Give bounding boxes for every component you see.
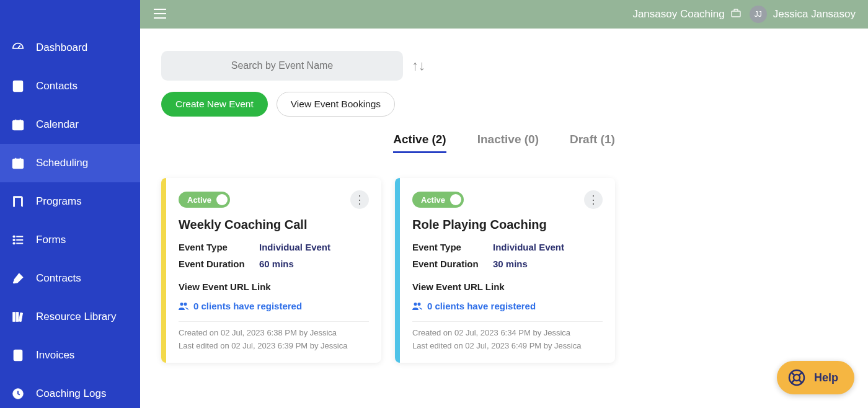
sidebar-item-calendar[interactable]: Calendar xyxy=(0,105,140,144)
created-stamp: Created on 02 Jul, 2023 6:38 PM by Jessi… xyxy=(179,327,369,340)
edited-stamp: Last edited on 02 Jul, 2023 6:39 PM by J… xyxy=(179,340,369,353)
sidebar-item-scheduling[interactable]: Scheduling xyxy=(0,144,140,182)
sidebar-item-coaching-logs[interactable]: Coaching Logs xyxy=(0,375,140,408)
dashboard-icon xyxy=(11,41,25,55)
edited-stamp: Last edited on 02 Jul, 2023 6:49 PM by J… xyxy=(412,340,603,353)
event-type-label: Event Type xyxy=(179,242,259,252)
card-stripe xyxy=(395,178,400,363)
sidebar-item-label: Programs xyxy=(36,195,82,208)
status-label: Active xyxy=(187,195,211,205)
programs-icon xyxy=(11,195,25,208)
sidebar-item-label: Resource Library xyxy=(36,311,116,323)
status-toggle[interactable]: Active xyxy=(179,192,230,208)
clients-registered-link[interactable]: 0 clients have registered xyxy=(412,301,603,311)
event-duration-label: Event Duration xyxy=(412,259,493,269)
card-stripe xyxy=(161,178,166,363)
event-duration-label: Event Duration xyxy=(179,259,259,269)
svg-rect-8 xyxy=(13,313,16,322)
created-stamp: Created on 02 Jul, 2023 6:34 PM by Jessi… xyxy=(412,327,603,340)
sidebar-item-label: Invoices xyxy=(36,349,74,361)
event-type-value: Individual Event xyxy=(259,242,330,252)
sidebar-item-label: Contacts xyxy=(36,80,78,92)
event-meta: Event TypeIndividual EventEvent Duration… xyxy=(179,242,369,269)
svg-rect-13 xyxy=(732,11,740,17)
clients-registered-link[interactable]: 0 clients have registered xyxy=(179,301,369,311)
sidebar-item-label: Dashboard xyxy=(36,42,87,54)
card-menu-button[interactable]: ⋮ xyxy=(584,190,603,209)
event-meta: Event TypeIndividual EventEvent Duration… xyxy=(412,242,603,269)
toggle-knob xyxy=(450,194,461,205)
event-type-value: Individual Event xyxy=(493,242,564,252)
user-name[interactable]: Jessica Jansasoy xyxy=(773,8,856,20)
sidebar-item-label: Contracts xyxy=(36,272,81,285)
view-url-link[interactable]: View Event URL Link xyxy=(179,282,369,292)
event-duration-value: 30 mins xyxy=(493,259,528,269)
event-type-label: Event Type xyxy=(412,242,493,252)
briefcase-icon xyxy=(731,9,741,20)
sidebar-item-contacts[interactable]: Contacts xyxy=(0,67,140,105)
sidebar-item-invoices[interactable]: Invoices xyxy=(0,336,140,375)
event-title: Weekly Coaching Call xyxy=(179,218,369,232)
forms-icon xyxy=(11,233,25,247)
status-toggle[interactable]: Active xyxy=(412,192,464,208)
avatar[interactable]: JJ xyxy=(750,6,767,23)
contracts-icon xyxy=(11,272,25,285)
sort-icon[interactable]: ↑↓ xyxy=(412,58,425,74)
view-bookings-button[interactable]: View Event Bookings xyxy=(277,92,395,117)
sidebar-item-label: Coaching Logs xyxy=(36,388,106,400)
contacts-icon xyxy=(11,79,25,93)
svg-rect-10 xyxy=(19,313,23,321)
calendar-icon xyxy=(11,118,25,131)
create-event-button[interactable]: Create New Event xyxy=(161,92,268,117)
svg-point-6 xyxy=(13,239,14,241)
collapse-sidebar-icon[interactable] xyxy=(154,7,166,22)
lifebuoy-icon xyxy=(788,369,805,386)
svg-rect-2 xyxy=(13,121,24,130)
help-button[interactable]: Help xyxy=(777,361,854,394)
svg-point-7 xyxy=(13,242,14,244)
sidebar: DashboardContactsCalendarSchedulingProgr… xyxy=(0,0,140,408)
people-icon xyxy=(179,302,188,311)
svg-point-15 xyxy=(794,375,800,381)
tab-inactive[interactable]: Inactive (0) xyxy=(477,133,539,153)
event-card: Active⋮Role Playing CoachingEvent TypeIn… xyxy=(395,178,615,363)
event-duration-value: 60 mins xyxy=(259,259,294,269)
sidebar-item-label: Forms xyxy=(36,234,66,246)
tab-draft[interactable]: Draft (1) xyxy=(570,133,615,153)
svg-point-1 xyxy=(17,84,20,87)
event-cards: Active⋮Weekly Coaching CallEvent TypeInd… xyxy=(161,178,847,363)
sidebar-item-forms[interactable]: Forms xyxy=(0,221,140,259)
org-name[interactable]: Jansasoy Coaching xyxy=(632,8,724,20)
sidebar-item-contracts[interactable]: Contracts xyxy=(0,259,140,298)
sidebar-item-programs[interactable]: Programs xyxy=(0,182,140,221)
card-menu-button[interactable]: ⋮ xyxy=(350,190,369,209)
sidebar-item-resource-library[interactable]: Resource Library xyxy=(0,298,140,336)
event-title: Role Playing Coaching xyxy=(412,218,603,232)
search-input-wrapper xyxy=(161,51,403,81)
clients-text: 0 clients have registered xyxy=(193,301,302,311)
svg-rect-9 xyxy=(16,313,19,322)
help-label: Help xyxy=(814,371,838,384)
status-label: Active xyxy=(421,195,445,205)
tabs: Active (2)Inactive (0)Draft (1) xyxy=(161,133,847,153)
invoices-icon xyxy=(11,348,25,362)
sidebar-item-dashboard[interactable]: Dashboard xyxy=(0,29,140,67)
library-icon xyxy=(11,310,25,324)
event-card: Active⋮Weekly Coaching CallEvent TypeInd… xyxy=(161,178,381,363)
scheduling-icon xyxy=(11,156,25,170)
people-icon xyxy=(412,302,422,311)
sidebar-item-label: Scheduling xyxy=(36,157,88,169)
toggle-knob xyxy=(216,194,228,205)
main-content: ↑↓ Create New Event View Event Bookings … xyxy=(140,29,868,408)
view-url-link[interactable]: View Event URL Link xyxy=(412,282,603,292)
clients-text: 0 clients have registered xyxy=(427,301,536,311)
tab-active[interactable]: Active (2) xyxy=(393,133,446,153)
sidebar-item-label: Calendar xyxy=(36,118,79,131)
logs-icon xyxy=(11,387,25,401)
svg-point-5 xyxy=(13,236,14,237)
search-input[interactable] xyxy=(161,60,403,71)
